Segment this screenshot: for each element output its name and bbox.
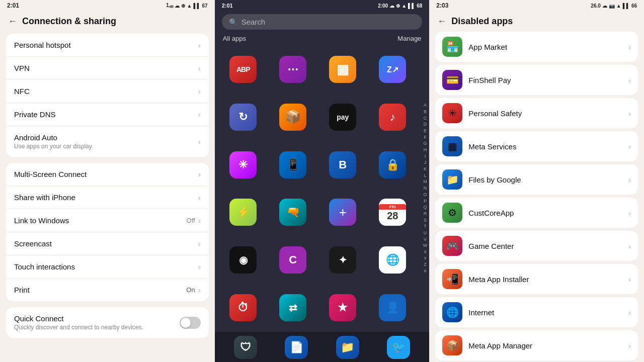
setting-touch-interactions[interactable]: Touch interactions ›	[6, 255, 209, 279]
app-icon-internet: 🌐	[442, 302, 462, 322]
list-item[interactable]: 🔒	[369, 142, 416, 187]
list-item[interactable]: ◉	[220, 238, 267, 283]
app-icon-timer: ⏱	[229, 294, 257, 321]
app-icon-update: ↻	[229, 104, 257, 131]
time-1: 2:01	[7, 2, 19, 9]
list-item[interactable]: 📁	[336, 336, 359, 359]
status-icons-1: 1꜀₀₀ ☁ ⊕ ▲ ▌▌ 67	[166, 3, 208, 9]
time-3: 2:03	[436, 2, 448, 9]
chevron-icon: ›	[628, 109, 631, 118]
chevron-icon: ›	[198, 87, 201, 96]
search-placeholder: Search	[242, 18, 266, 26]
app-icon-pay: pay	[329, 104, 356, 131]
list-item[interactable]: 📦	[270, 95, 316, 140]
disabled-app-appmarket[interactable]: 🏪 App Market ›	[435, 32, 638, 62]
settings-group-3: Quick Connect Quickly discover and conne…	[6, 307, 209, 338]
search-icon: 🔍	[229, 18, 237, 26]
app-icon-bravo: B	[329, 151, 356, 178]
list-item[interactable]: ⏱	[220, 285, 267, 330]
disabled-app-custcore[interactable]: ⚙ CustCoreApp ›	[435, 198, 638, 228]
list-item[interactable]: ▦	[319, 47, 366, 92]
alpha-index-sidebar[interactable]: A B C D E F G H I J K L M N O P Q R S T …	[421, 45, 430, 332]
disabled-app-safety[interactable]: ✳ Personal Safety ›	[435, 98, 638, 128]
chevron-icon: ›	[198, 41, 201, 49]
list-item[interactable]: FRI 28	[369, 190, 416, 235]
chevron-icon: ›	[628, 175, 631, 184]
apps-header: All apps Manage	[215, 33, 430, 45]
list-item[interactable]: ↻	[220, 95, 267, 140]
disabled-app-gamecenter[interactable]: 🎮 Game Center ›	[435, 231, 638, 261]
list-item[interactable]: ⚡	[220, 190, 267, 235]
list-item[interactable]: +	[319, 190, 366, 235]
page-title-1: Connection & sharing	[22, 16, 116, 27]
connection-sharing-panel: 2:01 1꜀₀₀ ☁ ⊕ ▲ ▌▌ 67 ← Connection & sha…	[0, 0, 215, 362]
disabled-app-meta-services[interactable]: ▦ Meta Services ›	[435, 131, 638, 161]
status-bar-2: 2:01 2:00 ☁ ⊕ ▲ ▌▌ 68	[215, 0, 430, 11]
quick-connect-toggle[interactable]	[180, 317, 201, 329]
app-icon-cursor: ✳	[229, 151, 257, 178]
list-item[interactable]: ⋯	[270, 47, 316, 92]
list-item[interactable]: 🔫	[270, 190, 316, 235]
setting-screencast[interactable]: Screencast ›	[6, 232, 209, 255]
app-icon-gamecenter: 🎮	[442, 236, 462, 256]
list-item[interactable]: 🐦	[387, 336, 410, 359]
list-item[interactable]: 🌐	[369, 238, 416, 283]
app-icon-ygrid: ▦	[329, 56, 356, 83]
chevron-icon: ›	[198, 170, 201, 178]
status-icons-2: 2:00 ☁ ⊕ ▲ ▌▌ 68	[378, 3, 422, 9]
list-item[interactable]: ✦	[319, 238, 366, 283]
app-icon-shield: 🛡	[234, 336, 257, 359]
setting-link-to-windows[interactable]: Link to Windows Off ›	[6, 209, 209, 232]
list-item[interactable]: pay	[319, 95, 366, 140]
list-item[interactable]: 👤	[369, 285, 416, 330]
setting-share-iphone[interactable]: Share with iPhone ›	[6, 186, 209, 209]
app-icon-amazon: 📦	[279, 104, 306, 131]
app-icon-translate: Z↗	[379, 56, 406, 83]
app-icon-music: ♪	[379, 104, 406, 131]
setting-android-auto[interactable]: Android Auto Use apps on your car displa…	[6, 126, 209, 157]
disabled-app-metamanager[interactable]: 📦 Meta App Manager ›	[435, 330, 638, 360]
list-item[interactable]: ⇄	[270, 285, 316, 330]
chevron-icon: ›	[628, 242, 631, 250]
list-item[interactable]: ♪	[369, 95, 416, 140]
page-title-3: Disabled apps	[451, 16, 513, 27]
app-icon-appmarket: 🏪	[442, 37, 462, 57]
app-icon-phonelink: 📱	[279, 151, 306, 178]
list-item[interactable]: ABP	[220, 47, 267, 92]
setting-private-dns[interactable]: Private DNS ›	[6, 103, 209, 126]
disabled-app-finshell[interactable]: 💳 FinShell Pay ›	[435, 65, 638, 95]
back-button-1[interactable]: ←	[8, 16, 17, 27]
status-bar-3: 2:03 26.0 ☁ 📷 ▲ ▌▌ 66	[429, 0, 644, 11]
list-item[interactable]: B	[319, 142, 366, 187]
app-icon-twitter: 🐦	[387, 336, 410, 359]
app-icon-custcore: ⚙	[442, 203, 462, 223]
back-button-3[interactable]: ←	[437, 16, 446, 27]
setting-print[interactable]: Print On ›	[6, 279, 209, 301]
apps-grid: ABP ⋯ ▦ Z↗ ↻ 📦 pay ♪	[215, 45, 421, 332]
setting-nfc[interactable]: NFC ›	[6, 80, 209, 103]
list-item[interactable]: 📄	[285, 336, 308, 359]
app-icon-gun: 🔫	[279, 199, 306, 226]
list-item[interactable]: 🛡	[234, 336, 257, 359]
list-item[interactable]: ★	[319, 285, 366, 330]
app-icon-abp: ABP	[229, 56, 257, 83]
setting-multiscreen[interactable]: Multi-Screen Connect ›	[6, 163, 209, 186]
app-icon-chatgpt: ✦	[329, 246, 356, 274]
disabled-app-internet[interactable]: 🌐 Internet ›	[435, 297, 638, 327]
setting-quick-connect[interactable]: Quick Connect Quickly discover and conne…	[6, 307, 209, 338]
list-item[interactable]: ✳	[220, 142, 267, 187]
app-icon-camera: ◉	[229, 246, 257, 274]
setting-vpn[interactable]: VPN ›	[6, 57, 209, 80]
list-item[interactable]: C	[270, 238, 316, 283]
list-item[interactable]: 📱	[270, 142, 316, 187]
list-item[interactable]: Z↗	[369, 47, 416, 92]
apps-grid-container: ABP ⋯ ▦ Z↗ ↻ 📦 pay ♪	[215, 45, 430, 332]
app-icon-blinkit: ⚡	[229, 199, 257, 226]
chevron-icon: ›	[628, 43, 631, 51]
disabled-app-metainstaller[interactable]: 📲 Meta App Installer ›	[435, 264, 638, 294]
search-bar[interactable]: 🔍 Search	[222, 14, 423, 30]
setting-personal-hotspot[interactable]: Personal hotspot ›	[6, 34, 209, 57]
manage-button[interactable]: Manage	[397, 35, 421, 42]
disabled-app-files[interactable]: 📁 Files by Google ›	[435, 164, 638, 195]
disabled-apps-list: 🏪 App Market › 💳 FinShell Pay › ✳ Person…	[429, 32, 644, 362]
